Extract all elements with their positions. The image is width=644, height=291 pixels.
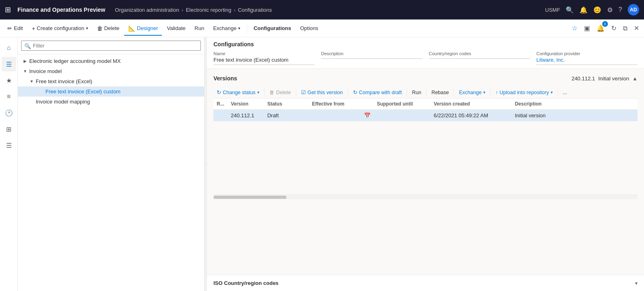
col-header-description: Description <box>512 99 638 110</box>
run-button[interactable]: Run <box>190 22 208 35</box>
provider-value[interactable]: Litware, Inc. <box>536 57 638 65</box>
nav-home-icon[interactable]: ⌂ <box>2 41 16 55</box>
vtb-delete-button[interactable]: 🗑 Delete <box>266 88 294 97</box>
versions-collapse-btn[interactable]: ▲ <box>632 75 638 82</box>
create-label: Create configuration <box>37 25 84 31</box>
emoji-icon[interactable]: 😊 <box>593 6 601 14</box>
tree-search-input[interactable] <box>21 41 201 51</box>
country-value[interactable] <box>429 57 530 59</box>
nav-filter-icon[interactable]: ☰ <box>2 57 16 71</box>
breadcrumb-org[interactable]: Organization administration <box>115 7 179 13</box>
create-config-button[interactable]: + Create configuration ▾ <box>28 22 92 35</box>
tree-search-area: 🔍 <box>18 37 204 54</box>
empty-table-space <box>213 121 638 194</box>
help-icon[interactable]: ? <box>618 6 622 13</box>
rebase-button[interactable]: Rebase <box>428 88 452 97</box>
horizontal-scroll-bar[interactable] <box>213 194 638 199</box>
name-value[interactable]: Free text invoice (Excel) custom <box>213 57 314 65</box>
notification-badge-icon[interactable]: 🔔 0 <box>595 23 606 34</box>
tree-item-free-text-excel[interactable]: ▼ Free text invoice (Excel) <box>18 76 204 86</box>
cell-effective: 📅 <box>309 110 374 121</box>
delete-label: Delete <box>104 25 120 31</box>
get-version-button[interactable]: ☑ Get this version <box>298 88 346 97</box>
toolbar-divider-1 <box>247 24 247 33</box>
main-layout: ⌂ ☰ ★ ≡ 🕐 ⊞ ☰ 🔍 ▶ Electronic ledger acco… <box>0 37 644 291</box>
panel-icon[interactable]: ▣ <box>582 23 592 34</box>
refresh-icon[interactable]: ↻ <box>610 23 618 34</box>
app-title: Finance and Operations Preview <box>17 6 105 13</box>
search-icon[interactable]: 🔍 <box>566 6 574 14</box>
tree-item-invoice-mapping[interactable]: Invoice model mapping <box>18 97 204 107</box>
form-grid: Name Free text invoice (Excel) custom De… <box>207 48 644 69</box>
calendar-icon[interactable]: 📅 <box>364 112 370 119</box>
toggle-el-ledger[interactable]: ▶ <box>21 59 29 63</box>
description-label: Description <box>321 51 422 56</box>
version-label: Initial version <box>598 75 629 82</box>
delete-button[interactable]: 🗑 Delete <box>93 22 124 35</box>
toolbar-right-icons: ☆ ▣ 🔔 0 ↻ ⧉ ✕ <box>570 23 641 34</box>
scroll-thumb[interactable] <box>213 196 286 199</box>
change-status-arrow: ▾ <box>257 90 259 95</box>
table-body: 240.112.1 Draft 📅 6/22/2021 05:49:22 AM <box>213 110 638 121</box>
versions-meta: 240.112.1 Initial version ▲ <box>571 75 638 82</box>
configurations-tab-button[interactable]: Configurations <box>250 22 295 35</box>
tree-item-invoice-model[interactable]: ▼ Invoice model <box>18 66 204 76</box>
toggle-free-text-excel[interactable]: ▼ <box>28 79 36 84</box>
versions-title: Versions <box>213 75 237 82</box>
app-grid-icon[interactable]: ⊞ <box>5 5 11 14</box>
designer-button[interactable]: 📐 Designer <box>124 22 162 35</box>
open-new-icon[interactable]: ⧉ <box>621 23 629 34</box>
col-header-created: Version created <box>431 99 512 110</box>
free-text-custom-label: Free text invoice (Excel) custom <box>45 88 121 95</box>
breadcrumb-configs[interactable]: Configurations <box>238 7 272 13</box>
toggle-invoice-model[interactable]: ▼ <box>21 69 29 73</box>
edit-label: Edit <box>14 25 23 31</box>
close-icon[interactable]: ✕ <box>632 23 641 34</box>
rebase-label: Rebase <box>431 90 449 95</box>
edit-button[interactable]: ✏ Edit <box>3 22 27 35</box>
vtb-exchange-button[interactable]: Exchange ▾ <box>456 88 489 97</box>
vtb-sep-8 <box>558 88 558 97</box>
create-dropdown-arrow: ▾ <box>86 26 88 30</box>
table-row[interactable]: 240.112.1 Draft 📅 6/22/2021 05:49:22 AM <box>213 110 638 121</box>
change-status-icon: ↻ <box>217 89 221 95</box>
description-value[interactable] <box>321 57 422 59</box>
tree-item-el-ledger[interactable]: ▶ Electronic ledger accounting model MX <box>18 56 204 66</box>
table-header: R... Version Status Effective from <box>213 99 638 110</box>
change-status-button[interactable]: ↻ Change status ▾ <box>213 88 263 97</box>
upload-arrow: ▾ <box>551 90 553 95</box>
exchange-button[interactable]: Exchange ▾ <box>209 22 244 35</box>
cell-supported <box>374 110 431 121</box>
get-version-icon: ☑ <box>301 89 306 95</box>
nav-list-icon[interactable]: ☰ <box>2 138 16 153</box>
top-breadcrumb: Organization administration › Electronic… <box>115 7 542 13</box>
create-icon: + <box>32 25 35 32</box>
col-header-status: Status <box>264 99 309 110</box>
more-button[interactable]: ... <box>560 88 570 97</box>
vtb-delete-label: Delete <box>276 90 291 95</box>
breadcrumb-sep-1: › <box>182 7 183 13</box>
avatar[interactable]: AD <box>628 4 639 15</box>
upload-repo-button[interactable]: ↑ Upload into repository ▾ <box>492 88 556 97</box>
favorite-icon[interactable]: ☆ <box>570 23 579 34</box>
notification-icon[interactable]: 🔔 <box>579 6 588 14</box>
settings-icon[interactable]: ⚙ <box>607 6 613 14</box>
exchange-label: Exchange <box>213 25 237 31</box>
breadcrumb-sep-2: › <box>234 7 235 13</box>
vtb-sep-3 <box>348 88 348 97</box>
delete-icon: 🗑 <box>97 25 103 32</box>
upload-icon: ↑ <box>495 90 498 95</box>
vtb-sep-2 <box>296 88 296 97</box>
cell-description: Initial version <box>512 110 638 121</box>
nav-clock-icon[interactable]: 🕐 <box>2 106 16 120</box>
validate-button[interactable]: Validate <box>163 22 190 35</box>
iso-collapse-btn[interactable]: ▾ <box>635 280 638 286</box>
nav-menu-icon[interactable]: ≡ <box>2 89 16 104</box>
nav-grid-icon[interactable]: ⊞ <box>2 122 16 136</box>
nav-star-icon[interactable]: ★ <box>2 73 16 88</box>
tree-item-free-text-custom[interactable]: Free text invoice (Excel) custom <box>18 86 204 97</box>
compare-draft-button[interactable]: ↻ Compare with draft <box>350 88 405 97</box>
breadcrumb-er[interactable]: Electronic reporting <box>186 7 231 13</box>
vtb-run-button[interactable]: Run <box>409 88 424 97</box>
options-tab-button[interactable]: Options <box>296 22 322 35</box>
